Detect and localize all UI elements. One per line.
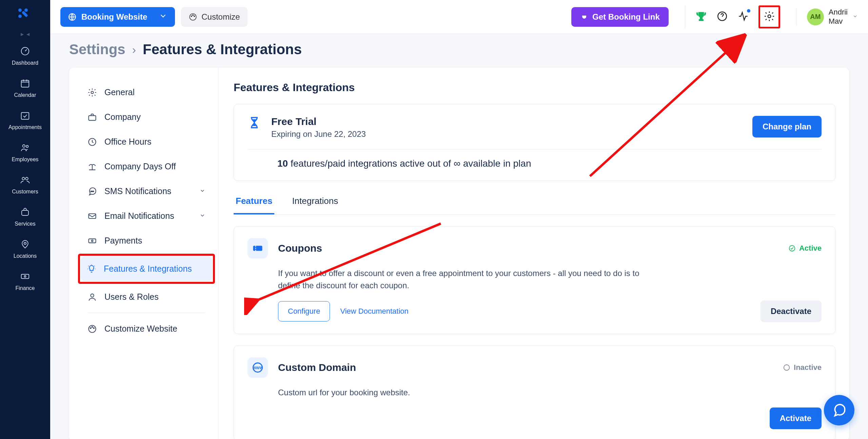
svg-rect-36 xyxy=(253,246,262,251)
sidebar-item-label: Company Days Off xyxy=(104,162,205,171)
svg-rect-3 xyxy=(21,11,28,18)
calendar-icon xyxy=(20,78,30,90)
deactivate-button[interactable]: Deactivate xyxy=(761,300,822,322)
svg-point-33 xyxy=(90,328,91,329)
chevron-down-icon xyxy=(852,14,858,20)
plan-name: Free Trial xyxy=(271,116,742,127)
nav-customers[interactable]: Customers xyxy=(0,169,50,201)
nav-label: Finance xyxy=(16,285,35,291)
nav-employees[interactable]: Employees xyxy=(0,137,50,169)
check-calendar-icon xyxy=(20,110,30,122)
feature-title: Custom Domain xyxy=(278,362,773,373)
nav-appointments[interactable]: Appointments xyxy=(0,104,50,137)
nav-locations[interactable]: Locations xyxy=(0,233,50,265)
svg-point-0 xyxy=(18,8,22,12)
svg-point-14 xyxy=(24,276,26,277)
sidebar-item-general[interactable]: General xyxy=(81,80,212,105)
configure-button[interactable]: Configure xyxy=(278,301,330,321)
annotation-features-highlight: Features & Integrations xyxy=(78,254,215,284)
settings-content: Features & Integrations Free Trial Expir… xyxy=(218,68,849,439)
divider xyxy=(87,313,205,313)
get-booking-link-button[interactable]: Get Booking Link xyxy=(571,7,669,27)
breadcrumb-current: Features & Integrations xyxy=(143,41,302,58)
status-badge-inactive: Inactive xyxy=(783,363,822,372)
svg-point-30 xyxy=(92,240,93,242)
feature-description: If you want to offer a discount or even … xyxy=(278,267,651,292)
nav-calendar[interactable]: Calendar xyxy=(0,72,50,104)
svg-point-37 xyxy=(789,246,795,251)
palette-icon xyxy=(189,13,197,21)
settings-gear-icon[interactable] xyxy=(764,11,775,23)
svg-point-26 xyxy=(92,191,93,191)
nav-dashboard[interactable]: Dashboard xyxy=(0,40,50,72)
sidebar-item-label: Customize Website xyxy=(104,324,205,334)
sidebar-item-company[interactable]: Company xyxy=(81,105,212,129)
content-title: Features & Integrations xyxy=(234,81,835,94)
nav-services[interactable]: Services xyxy=(0,201,50,233)
sidebar-item-office-hours[interactable]: Office Hours xyxy=(81,129,212,154)
gauge-icon xyxy=(20,46,30,58)
nav-label: Locations xyxy=(14,253,37,259)
svg-rect-11 xyxy=(22,210,28,215)
sidebar-item-sms[interactable]: SMS Notifications xyxy=(81,179,212,204)
settings-sidebar: General Company Office Hours Company Day… xyxy=(69,68,218,439)
nav-collapse-arrows[interactable]: ▶◀ xyxy=(21,32,29,37)
svg-point-12 xyxy=(24,242,26,244)
change-plan-button[interactable]: Change plan xyxy=(752,116,822,138)
customize-label: Customize xyxy=(201,12,240,22)
sidebar-item-days-off[interactable]: Company Days Off xyxy=(81,154,212,179)
svg-point-19 xyxy=(194,16,195,17)
tab-features[interactable]: Features xyxy=(234,196,274,214)
content-tabs: Features Integrations xyxy=(234,196,835,215)
sidebar-item-features-integrations[interactable]: Features & Integrations xyxy=(81,256,212,281)
avatar: AM xyxy=(807,8,824,25)
booking-website-dropdown[interactable]: Booking Website xyxy=(60,7,175,27)
help-icon[interactable] xyxy=(716,11,728,23)
svg-point-40 xyxy=(784,365,790,371)
breadcrumb-root[interactable]: Settings xyxy=(69,41,125,58)
chat-icon xyxy=(832,403,847,418)
sidebar-item-customize-website[interactable]: Customize Website xyxy=(81,316,212,341)
clock-icon xyxy=(87,137,97,147)
customize-button[interactable]: Customize xyxy=(181,7,247,27)
svg-point-17 xyxy=(191,16,192,17)
top-bar: Booking Website Customize Get Booking Li… xyxy=(50,0,868,34)
view-docs-link[interactable]: View Documentation xyxy=(340,307,408,316)
nav-finance[interactable]: Finance xyxy=(0,265,50,297)
svg-point-2 xyxy=(18,15,22,18)
svg-point-10 xyxy=(25,177,28,180)
nav-label: Dashboard xyxy=(12,60,38,66)
employees-icon xyxy=(20,143,30,154)
tab-integrations[interactable]: Integrations xyxy=(290,196,340,214)
money-icon xyxy=(20,271,30,283)
feature-card-coupons: Coupons Active If you want to offer a di… xyxy=(234,226,835,334)
plan-card: Free Trial Expiring on June 22, 2023 Cha… xyxy=(234,104,835,181)
sidebar-item-label: Company xyxy=(104,112,205,122)
activity-icon[interactable] xyxy=(737,11,749,23)
app-logo[interactable] xyxy=(17,7,34,25)
svg-point-7 xyxy=(23,145,25,147)
activate-button[interactable]: Activate xyxy=(770,407,822,429)
svg-point-1 xyxy=(24,8,28,12)
globe-icon xyxy=(68,13,77,21)
svg-point-8 xyxy=(26,145,28,147)
feature-title: Coupons xyxy=(278,243,778,254)
svg-point-21 xyxy=(768,15,771,18)
left-nav: ▶◀ Dashboard Calendar Appointments Emplo… xyxy=(0,0,50,439)
svg-rect-29 xyxy=(89,239,96,243)
nav-label: Employees xyxy=(12,156,38,163)
nav-label: Customers xyxy=(12,189,38,195)
svg-rect-13 xyxy=(21,274,29,279)
annotation-gear-highlight xyxy=(758,5,780,28)
coupon-icon xyxy=(248,238,268,258)
sidebar-item-users-roles[interactable]: Users & Roles xyxy=(81,285,212,309)
user-menu[interactable]: AM Andrii Mav xyxy=(796,8,858,26)
sidebar-item-payments[interactable]: Payments xyxy=(81,228,212,253)
user-icon xyxy=(87,292,97,302)
help-chat-bubble[interactable] xyxy=(824,395,854,425)
sidebar-item-email[interactable]: Email Notifications xyxy=(81,204,212,228)
check-circle-icon xyxy=(788,245,796,252)
top-icon-group xyxy=(685,5,780,29)
get-booking-link-label: Get Booking Link xyxy=(592,12,660,22)
achievements-icon[interactable] xyxy=(695,11,707,23)
